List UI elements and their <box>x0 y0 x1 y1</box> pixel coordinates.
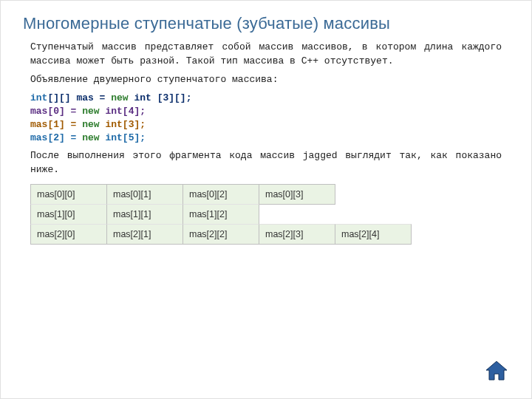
table-row: mas[2][0] mas[2][1] mas[2][2] mas[2][3] … <box>30 225 502 245</box>
svg-marker-0 <box>486 361 507 380</box>
code-kw-new: new <box>82 132 99 143</box>
code-kw-new: new <box>111 92 128 103</box>
paragraph-2: Объявление двумерного ступенчатого масси… <box>30 73 502 87</box>
table-cell: mas[0][0] <box>30 184 107 205</box>
code-text: int[5]; <box>100 132 146 143</box>
code-kw-new: new <box>82 119 99 130</box>
code-line-4: mas[2] = new int[5]; <box>30 132 502 145</box>
table-cell: mas[2][2] <box>183 224 259 245</box>
slide-body: Ступенчатый массив представляет собой ма… <box>1 38 531 245</box>
code-text: mas[2] = <box>30 132 82 143</box>
table-cell: mas[1][0] <box>30 204 107 225</box>
home-button[interactable] <box>484 360 509 382</box>
code-line-1: int[][] mas = new int [3][]; <box>30 92 502 105</box>
paragraph-1: Ступенчатый массив представляет собой ма… <box>30 41 502 69</box>
code-block: int[][] mas = new int [3][]; mas[0] = ne… <box>30 92 502 146</box>
code-text: [][] mas = <box>47 92 111 103</box>
slide: Многомерные ступенчатые (зубчатые) масси… <box>0 0 532 399</box>
code-line-2: mas[0] = new int[4]; <box>30 105 502 118</box>
table-cell: mas[0][1] <box>106 184 183 205</box>
paragraph-3: После выполнения этого фрагмента кода ма… <box>30 149 502 177</box>
code-line-3: mas[1] = new int[3]; <box>30 118 502 132</box>
table-row: mas[1][0] mas[1][1] mas[1][2] <box>30 205 502 225</box>
table-cell: mas[1][1] <box>106 204 183 225</box>
table-cell: mas[1][2] <box>183 204 259 225</box>
code-kw-new: new <box>82 106 99 117</box>
table-cell: mas[0][3] <box>259 184 335 205</box>
code-text: [3][]; <box>157 92 192 103</box>
code-text: int[3]; <box>100 119 146 130</box>
table-cell: mas[0][2] <box>183 184 259 205</box>
jagged-table: mas[0][0] mas[0][1] mas[0][2] mas[0][3] … <box>30 185 502 245</box>
slide-title: Многомерные ступенчатые (зубчатые) масси… <box>1 1 531 38</box>
code-text: int <box>129 92 157 103</box>
table-cell: mas[2][3] <box>259 224 335 245</box>
home-icon <box>484 360 509 382</box>
table-row: mas[0][0] mas[0][1] mas[0][2] mas[0][3] <box>30 185 502 205</box>
table-cell: mas[2][4] <box>335 224 412 245</box>
code-text: int[4]; <box>100 106 146 117</box>
table-cell: mas[2][1] <box>106 224 183 245</box>
code-text: mas[1] = <box>30 119 82 130</box>
code-kw-int: int <box>30 92 47 103</box>
table-cell: mas[2][0] <box>30 224 107 245</box>
code-text: mas[0] = <box>30 106 82 117</box>
